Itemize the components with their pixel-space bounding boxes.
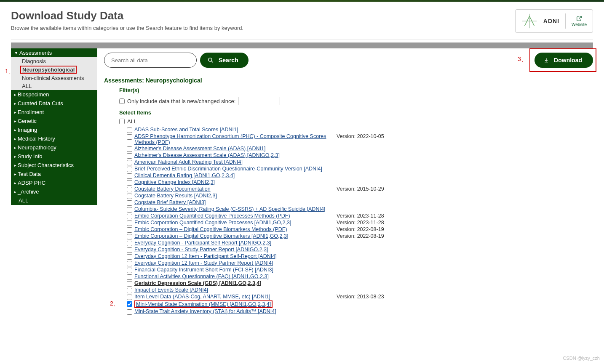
item-link[interactable]: Functional Activities Questionnaire (FAQ…	[134, 274, 269, 279]
data-item-row: American National Adult Reading Test [AD…	[127, 159, 593, 165]
item-checkbox[interactable]	[127, 301, 132, 307]
item-link[interactable]: Columbia- Suicide Severity Rating Scale …	[134, 206, 325, 212]
item-link[interactable]: Clinical Dementia Rating [ADNI1,GO,2,3,4…	[134, 173, 235, 178]
item-checkbox[interactable]	[127, 247, 132, 253]
item-checkbox[interactable]	[127, 254, 132, 260]
item-checkbox[interactable]	[127, 180, 132, 186]
sidebar-category[interactable]: ▸Medical History	[11, 134, 97, 143]
main-panel: Search 3、 Download Assessments: Neuropsy…	[104, 48, 593, 315]
item-link[interactable]: American National Adult Reading Test [AD…	[134, 159, 243, 165]
item-link[interactable]: Alzheimer's Disease Assessment Scale (AD…	[134, 152, 280, 158]
filter-since-input[interactable]	[238, 97, 280, 105]
item-link[interactable]: Cogstate Battery Documentation	[134, 186, 211, 192]
sidebar-category[interactable]: ▼Assessments	[11, 48, 97, 57]
item-checkbox[interactable]	[127, 221, 132, 226]
item-checkbox[interactable]	[127, 227, 132, 233]
sidebar-item[interactable]: Diagnosis	[11, 57, 97, 65]
sidebar-category[interactable]: ▸Test Data	[11, 170, 97, 178]
item-link[interactable]: Financial Capacity Instrument Short Form…	[134, 267, 273, 273]
item-checkbox[interactable]	[127, 167, 132, 172]
item-link[interactable]: Embic Corporation – Digital Cognitive Bi…	[134, 226, 287, 232]
filter-since-checkbox[interactable]	[119, 98, 125, 104]
item-link[interactable]: Impact of Events Scale [ADNI4]	[134, 287, 208, 293]
website-link[interactable]: Website	[572, 16, 587, 27]
download-icon	[544, 58, 549, 63]
chevron-icon: ▸	[14, 137, 16, 141]
item-checkbox[interactable]	[127, 288, 132, 293]
item-checkbox[interactable]	[127, 153, 132, 159]
item-checkbox[interactable]	[127, 160, 132, 165]
item-version: Version: 2015-10-29	[337, 186, 384, 192]
sidebar-category[interactable]: ▸ADSP PHC	[11, 178, 97, 187]
svg-point-2	[208, 58, 212, 61]
divider	[565, 13, 566, 29]
item-checkbox[interactable]	[127, 187, 132, 192]
data-item-row: Embic Corporation – Digital Cognitive Bi…	[127, 233, 593, 239]
sidebar-item[interactable]: Non-clinical Assessments	[11, 74, 97, 82]
data-item-row: Embic Corporation – Digital Cognitive Bi…	[127, 226, 593, 233]
item-link[interactable]: Everyday Cognition - Study Partner Repor…	[134, 247, 268, 252]
item-link[interactable]: Cognitive Change Index [ADNI2,3]	[134, 179, 215, 185]
chevron-icon: ▸	[14, 93, 16, 97]
item-checkbox[interactable]	[127, 128, 132, 133]
select-all-checkbox[interactable]	[119, 119, 125, 124]
sidebar-category[interactable]: ▸Biospecimen	[11, 90, 97, 99]
sidebar-category[interactable]: ▸Imaging	[11, 125, 97, 134]
item-checkbox[interactable]	[127, 241, 132, 246]
sidebar-all[interactable]: ALL	[11, 196, 97, 205]
sidebar-category[interactable]: ▸Curated Data Cuts	[11, 99, 97, 108]
item-checkbox[interactable]	[127, 295, 132, 300]
item-checkbox[interactable]	[127, 234, 132, 239]
download-button[interactable]: Download	[535, 53, 593, 68]
item-link[interactable]: Mini-Mental State Examination (MMSE) [AD…	[134, 300, 273, 308]
item-checkbox[interactable]	[127, 309, 132, 315]
data-item-row: Everyday Cognition - Participant Self Re…	[127, 239, 593, 246]
item-link[interactable]: Brief Perceived Ethnic Discrimination Qu…	[134, 166, 322, 172]
item-link[interactable]: Mini-State Trait Anxiety Inventory (STAI…	[134, 308, 276, 314]
filter-since-label: Only include data that is new/changed si…	[127, 98, 235, 104]
item-link[interactable]: Everyday Cognition 12 Item - Participant…	[134, 253, 277, 259]
item-checkbox[interactable]	[127, 200, 132, 206]
sidebar-item[interactable]: Neuropsychological	[20, 66, 77, 74]
data-item-row: Mini-Mental State Examination (MMSE) [AD…	[127, 300, 593, 308]
sidebar-category[interactable]: ▸Neuropathology	[11, 143, 97, 152]
filters-heading: Filter(s)	[119, 87, 593, 93]
item-checkbox[interactable]	[127, 214, 132, 219]
item-version: Version: 2023-11-28	[337, 220, 384, 226]
item-link[interactable]: Everyday Cognition - Participant Self Re…	[134, 240, 271, 246]
search-input[interactable]	[104, 53, 197, 68]
sidebar-category[interactable]: ▸Subject Characteristics	[11, 161, 97, 170]
sidebar: ▼AssessmentsDiagnosisNeuropsychologicalN…	[11, 48, 97, 205]
item-checkbox[interactable]	[127, 134, 132, 140]
item-link[interactable]: ADAS Sub-Scores and Total Scores [ADNI1]	[134, 127, 238, 133]
item-checkbox[interactable]	[127, 268, 132, 273]
item-link[interactable]: Cogstate Brief Battery [ADNI3]	[134, 199, 206, 205]
sidebar-category[interactable]: ▸Study Info	[11, 152, 97, 161]
item-checkbox[interactable]	[127, 274, 132, 280]
item-checkbox[interactable]	[127, 281, 132, 287]
item-link[interactable]: Cogstate Battery Results [ADNI2,3]	[134, 193, 217, 199]
item-link[interactable]: ADSP Phenotype Harmonization Consortium …	[134, 133, 337, 145]
search-button[interactable]: Search	[200, 53, 249, 68]
item-checkbox[interactable]	[127, 207, 132, 213]
data-item-row: Cogstate Brief Battery [ADNI3]	[127, 199, 593, 206]
item-checkbox[interactable]	[127, 261, 132, 266]
sidebar-item[interactable]: ALL	[11, 82, 97, 90]
item-checkbox[interactable]	[127, 173, 132, 179]
data-item-row: Clinical Dementia Rating [ADNI1,GO,2,3,4…	[127, 172, 593, 179]
item-checkbox[interactable]	[127, 194, 132, 199]
item-link[interactable]: Embic Corporation Quantified Cognitive P…	[134, 220, 291, 226]
sidebar-category[interactable]: ▸Genetic	[11, 117, 97, 125]
item-checkbox[interactable]	[127, 146, 132, 152]
item-link[interactable]: Geriatric Depression Scale (GDS) [ADNI1,…	[134, 280, 262, 286]
item-link[interactable]: Item Level Data (ADAS-Cog, ANART, MMSE, …	[134, 294, 270, 300]
item-link[interactable]: Embic Corporation – Digital Cognitive Bi…	[134, 233, 288, 239]
item-version: Version: 2022-08-19	[337, 233, 384, 239]
sidebar-category[interactable]: ▸Enrollment	[11, 108, 97, 117]
select-all-label: ALL	[127, 118, 137, 125]
item-link[interactable]: Alzheimer's Disease Assessment Scale (AD…	[134, 146, 266, 151]
sidebar-category[interactable]: ▸_Archive	[11, 187, 97, 196]
item-link[interactable]: Embic Corporation Quantified Cognitive P…	[134, 213, 290, 219]
item-link[interactable]: Everyday Cognition 12 Item - Study Partn…	[134, 260, 273, 266]
item-version: Version: 2013-08-23	[337, 294, 384, 300]
